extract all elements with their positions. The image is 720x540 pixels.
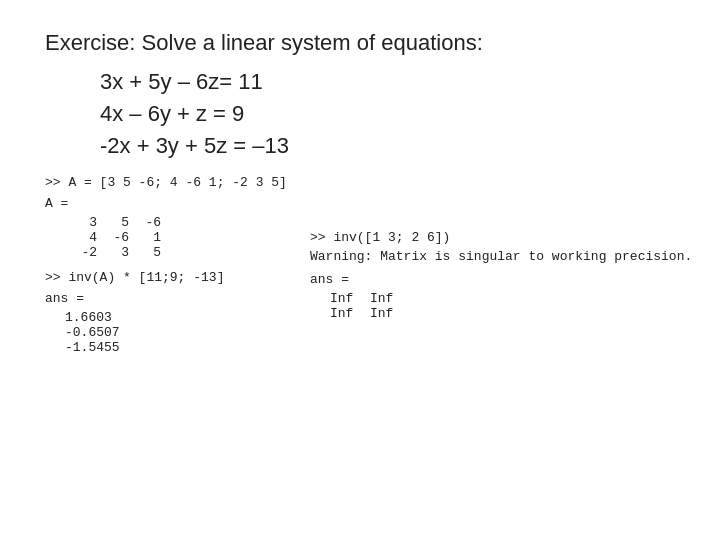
- ans-values: 1.6603 -0.6507 -1.5455: [65, 310, 287, 355]
- inf-22: Inf: [370, 306, 410, 321]
- a23: 1: [129, 230, 161, 245]
- var-A-label: A =: [45, 196, 287, 211]
- page-title: Exercise: Solve a linear system of equat…: [45, 30, 675, 56]
- matrix-row-2: 4 -6 1: [65, 230, 287, 245]
- a22: -6: [97, 230, 129, 245]
- left-panel: >> A = [3 5 -6; 4 -6 1; -2 3 5] A = 3 5 …: [45, 175, 287, 355]
- inf-matrix: Inf Inf Inf Inf: [330, 291, 692, 321]
- cmd-A: >> A = [3 5 -6; 4 -6 1; -2 3 5]: [45, 175, 287, 190]
- a31: -2: [65, 245, 97, 260]
- a13: -6: [129, 215, 161, 230]
- cmd-inv-A: >> inv(A) * [11;9; -13]: [45, 270, 287, 285]
- inf-row-1: Inf Inf: [330, 291, 692, 306]
- inf-row-2: Inf Inf: [330, 306, 692, 321]
- cmd-inv-singular: >> inv([1 3; 2 6]): [310, 230, 692, 245]
- a32: 3: [97, 245, 129, 260]
- equation-1: 3x + 5y – 6z= 11: [100, 66, 675, 98]
- var-ans-label: ans =: [45, 291, 287, 306]
- equation-3: -2x + 3y + 5z = –13: [100, 130, 675, 162]
- inf-12: Inf: [370, 291, 410, 306]
- matrix-row-1: 3 5 -6: [65, 215, 287, 230]
- page: Exercise: Solve a linear system of equat…: [0, 0, 720, 540]
- a21: 4: [65, 230, 97, 245]
- ans-val-3: -1.5455: [65, 340, 287, 355]
- inf-11: Inf: [330, 291, 370, 306]
- a33: 5: [129, 245, 161, 260]
- ans-val-2: -0.6507: [65, 325, 287, 340]
- ans-val-1: 1.6603: [65, 310, 287, 325]
- warning-text: Warning: Matrix is singular to working p…: [310, 249, 692, 264]
- matrix-A: 3 5 -6 4 -6 1 -2 3 5: [65, 215, 287, 260]
- equation-2: 4x – 6y + z = 9: [100, 98, 675, 130]
- right-ans-label: ans =: [310, 272, 692, 287]
- matrix-row-3: -2 3 5: [65, 245, 287, 260]
- right-panel: >> inv([1 3; 2 6]) Warning: Matrix is si…: [310, 230, 692, 321]
- equations-block: 3x + 5y – 6z= 11 4x – 6y + z = 9 -2x + 3…: [100, 66, 675, 162]
- a12: 5: [97, 215, 129, 230]
- inf-21: Inf: [330, 306, 370, 321]
- a11: 3: [65, 215, 97, 230]
